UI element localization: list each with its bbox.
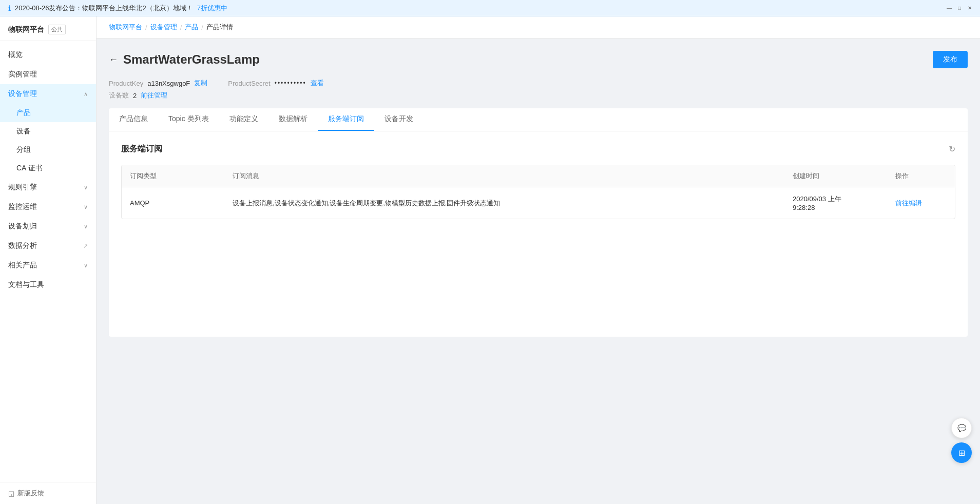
page-content: ← SmartWaterGrassLamp 发布 ProductKey a13n… [97, 38, 980, 504]
groups-label: 分组 [16, 145, 31, 154]
product-header: ← SmartWaterGrassLamp 发布 [109, 51, 968, 68]
subscription-table: 订阅类型 订阅消息 创建时间 操作 AMQP 设备上报消息,设备状态变化通知,设… [121, 165, 955, 219]
main-layout: 物联网平台 公共 概览 实例管理 设备管理 ∧ 产品 设备 [0, 16, 980, 504]
sidebar-sub-item-devices[interactable]: 设备 [0, 122, 96, 141]
window-controls: — □ ✕ [945, 4, 974, 12]
sidebar: 物联网平台 公共 概览 实例管理 设备管理 ∧ 产品 设备 [0, 16, 97, 504]
sidebar-sub-item-ca-cert[interactable]: CA 证书 [0, 159, 96, 178]
sidebar-footer-feedback[interactable]: ◱ 新版反馈 [0, 482, 96, 504]
products-label: 产品 [16, 108, 31, 118]
chevron-down-icon-related: ∨ [84, 262, 88, 269]
monitor-label: 监控运维 [8, 202, 37, 211]
ca-cert-label: CA 证书 [16, 164, 43, 173]
sidebar-item-related-products[interactable]: 相关产品 ∨ [0, 256, 96, 275]
chat-icon: 💬 [957, 424, 966, 432]
cell-create-time: 2020/09/03 上午 9:28:28 [793, 195, 895, 211]
device-count-item: 设备数 2 前往管理 [109, 91, 167, 100]
product-key-value: a13nXsgwgoF [147, 80, 190, 87]
sidebar-sub-item-products[interactable]: 产品 [0, 104, 96, 122]
announcement-link[interactable]: 7折优惠中 [197, 4, 227, 13]
sidebar-sub-item-groups[interactable]: 分组 [0, 141, 96, 159]
sidebar-item-rules[interactable]: 规则引擎 ∨ [0, 178, 96, 197]
apps-float-button[interactable]: ⊞ [951, 442, 972, 463]
device-assign-label: 设备划归 [8, 222, 37, 231]
breadcrumb-sep-2: / [180, 24, 182, 31]
breadcrumb-item-device-mgmt[interactable]: 设备管理 [150, 23, 177, 32]
product-key-label: ProductKey [109, 80, 143, 87]
product-secret-dots: •••••••••• [275, 80, 306, 87]
minimize-button[interactable]: — [945, 4, 953, 12]
float-buttons: 💬 ⊞ [951, 418, 972, 463]
edit-subscription-link[interactable]: 前往编辑 [895, 199, 922, 207]
breadcrumb: 物联网平台 / 设备管理 / 产品 / 产品详情 [97, 16, 980, 38]
tab-bar: 产品信息 Topic 类列表 功能定义 数据解析 服务端订阅 设备开发 [109, 108, 968, 131]
breadcrumb-item-products[interactable]: 产品 [185, 23, 198, 32]
section-card: 服务端订阅 ↻ 订阅类型 订阅消息 创建时间 操作 AMQP 设备上报消息,设备… [109, 131, 968, 337]
view-secret-link[interactable]: 查看 [311, 79, 324, 88]
breadcrumb-item-platform[interactable]: 物联网平台 [109, 23, 142, 32]
maximize-button[interactable]: □ [955, 4, 964, 12]
feedback-icon: ◱ [8, 490, 14, 497]
docs-tools-label: 文档与工具 [8, 280, 44, 289]
product-title: SmartWaterGrassLamp [123, 52, 260, 67]
product-title-row: ← SmartWaterGrassLamp [109, 52, 260, 67]
cell-action: 前往编辑 [895, 199, 947, 208]
refresh-button[interactable]: ↻ [949, 144, 955, 154]
platform-name: 物联网平台 [8, 25, 44, 34]
sidebar-item-overview[interactable]: 概览 [0, 45, 96, 65]
apps-icon: ⊞ [958, 448, 965, 458]
tab-topic-list[interactable]: Topic 类列表 [158, 108, 219, 131]
tab-data-parse[interactable]: 数据解析 [268, 108, 318, 131]
sidebar-item-docs-tools[interactable]: 文档与工具 [0, 275, 96, 295]
sidebar-item-device-assign[interactable]: 设备划归 ∨ [0, 217, 96, 236]
table-header: 订阅类型 订阅消息 创建时间 操作 [122, 165, 955, 187]
announcement-text: 2020-08-26发布公告：物联网平台上线华北2（北京）地域！ [15, 4, 193, 13]
devices-label: 设备 [16, 127, 31, 136]
copy-link[interactable]: 复制 [194, 79, 207, 88]
cell-sub-message: 设备上报消息,设备状态变化通知,设备生命周期变更,物模型历史数据上报,固件升级状… [233, 199, 793, 208]
product-secret-label: ProductSecret [228, 80, 270, 87]
close-button[interactable]: ✕ [966, 4, 974, 12]
overview-label: 概览 [8, 50, 23, 60]
publish-button[interactable]: 发布 [933, 51, 968, 68]
col-header-create-time: 创建时间 [793, 171, 895, 181]
sidebar-item-data-analysis[interactable]: 数据分析 ↗ [0, 236, 96, 256]
back-arrow-button[interactable]: ← [109, 54, 118, 65]
tab-service-sub[interactable]: 服务端订阅 [318, 108, 374, 131]
related-products-label: 相关产品 [8, 261, 37, 270]
col-header-sub-type: 订阅类型 [130, 171, 233, 181]
chevron-down-icon-assign: ∨ [84, 223, 88, 230]
chevron-up-icon: ∧ [84, 91, 88, 98]
section-header: 服务端订阅 ↻ [121, 144, 955, 154]
instance-mgmt-label: 实例管理 [8, 70, 37, 79]
breadcrumb-item-current: 产品详情 [206, 23, 233, 32]
product-key-item: ProductKey a13nXsgwgoF 复制 [109, 79, 207, 88]
tab-device-dev[interactable]: 设备开发 [374, 108, 424, 131]
device-count-label: 设备数 [109, 91, 129, 100]
chat-float-button[interactable]: 💬 [951, 418, 972, 438]
tab-product-info[interactable]: 产品信息 [109, 108, 158, 131]
rules-label: 规则引擎 [8, 183, 37, 192]
chevron-down-icon-monitor: ∨ [84, 204, 88, 210]
sidebar-item-monitor[interactable]: 监控运维 ∨ [0, 197, 96, 217]
chevron-down-icon-rules: ∨ [84, 184, 88, 191]
sidebar-nav: 概览 实例管理 设备管理 ∧ 产品 设备 分组 CA 证书 [0, 41, 96, 482]
breadcrumb-sep-1: / [145, 24, 147, 31]
tab-function-def[interactable]: 功能定义 [219, 108, 268, 131]
cell-sub-type: AMQP [130, 199, 233, 207]
meta-info-row-2: 设备数 2 前往管理 [109, 91, 968, 100]
sidebar-item-device-mgmt[interactable]: 设备管理 ∧ [0, 84, 96, 104]
external-link-icon: ↗ [83, 243, 88, 249]
info-icon: ℹ [8, 4, 11, 12]
device-count-value: 2 [133, 92, 137, 100]
platform-badge: 公共 [48, 25, 66, 34]
col-header-sub-message: 订阅消息 [233, 171, 793, 181]
breadcrumb-sep-3: / [201, 24, 203, 31]
sidebar-item-instance-mgmt[interactable]: 实例管理 [0, 65, 96, 84]
data-analysis-label: 数据分析 [8, 241, 37, 250]
content-area: 物联网平台 / 设备管理 / 产品 / 产品详情 ← SmartWaterGra… [97, 16, 980, 504]
product-secret-item: ProductSecret •••••••••• 查看 [228, 79, 323, 88]
manage-devices-link[interactable]: 前往管理 [141, 91, 167, 100]
section-title: 服务端订阅 [121, 144, 162, 154]
col-header-action: 操作 [895, 171, 947, 181]
